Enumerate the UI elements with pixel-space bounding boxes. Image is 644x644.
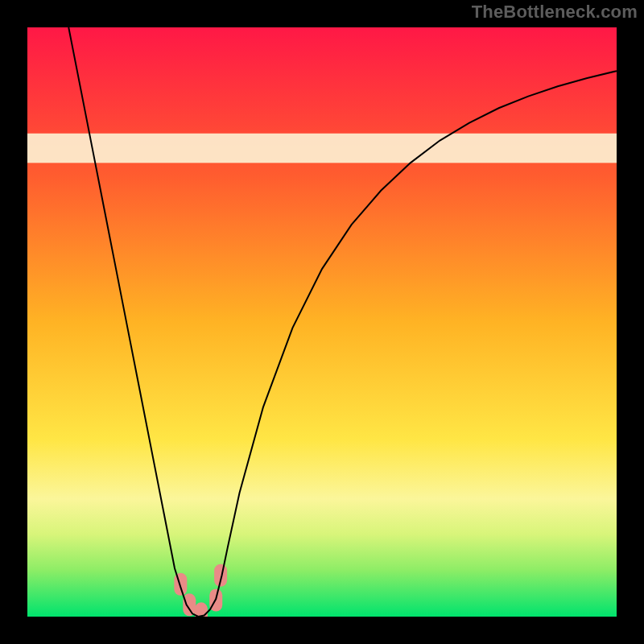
marker bbox=[174, 573, 187, 596]
plot-area bbox=[27, 27, 617, 617]
watermark-text: TheBottleneck.com bbox=[472, 2, 638, 23]
chart-svg bbox=[27, 27, 617, 617]
threshold-band bbox=[27, 134, 617, 163]
marker bbox=[183, 593, 196, 616]
background-gradient bbox=[27, 27, 617, 617]
chart-frame: TheBottleneck.com bbox=[0, 0, 644, 644]
